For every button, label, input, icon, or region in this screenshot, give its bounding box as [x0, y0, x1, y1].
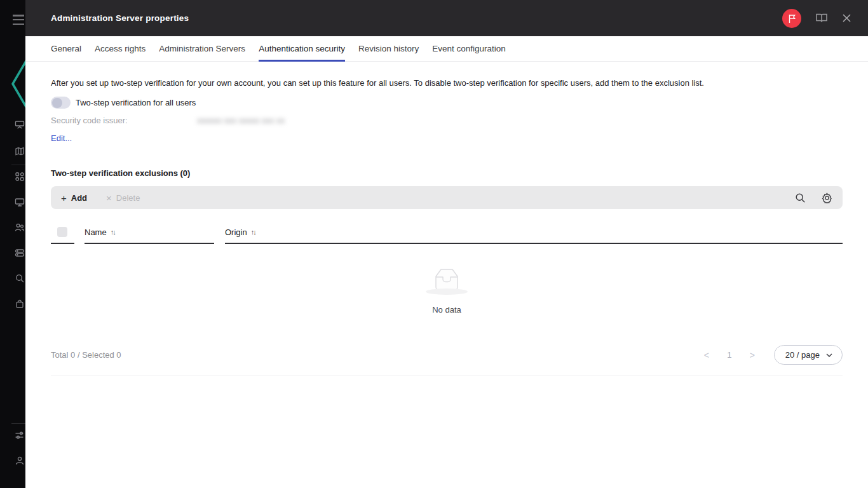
- modal-title: Administration Server properties: [51, 13, 189, 23]
- brand-hexagon-logo: [0, 44, 25, 123]
- exclusions-table-header: Name ↑↓ Origin ↑↓: [51, 221, 843, 244]
- issuer-value-redacted: xxxxxx xxx xxxxx xxx xx: [197, 116, 285, 125]
- sidebar-marketplace-bag-icon[interactable]: [15, 299, 25, 309]
- prev-page-button[interactable]: <: [695, 350, 718, 360]
- chevron-down-icon: [826, 353, 832, 357]
- empty-state-text: No data: [432, 305, 461, 315]
- pagination: < 1 > 20 / page: [695, 345, 843, 365]
- tab-access-rights[interactable]: Access rights: [95, 36, 146, 62]
- next-page-button[interactable]: >: [741, 350, 764, 360]
- sidebar-servers-icon[interactable]: [15, 248, 25, 258]
- sidebar-users-icon[interactable]: [15, 222, 25, 233]
- whats-new-flag-button[interactable]: [782, 9, 801, 28]
- close-icon: [842, 13, 851, 23]
- documentation-button[interactable]: [815, 13, 828, 24]
- tab-revision-history[interactable]: Revision history: [358, 36, 419, 62]
- two-step-toggle-label: Two-step verification for all users: [76, 98, 196, 107]
- book-icon: [815, 13, 828, 24]
- gear-icon: [822, 193, 832, 203]
- select-all-checkbox[interactable]: [57, 227, 67, 237]
- menu-hamburger-icon[interactable]: [13, 15, 24, 25]
- page-size-select[interactable]: 20 / page: [774, 345, 843, 365]
- tab-administration-servers[interactable]: Administration Servers: [159, 36, 245, 62]
- sidebar-search-icon[interactable]: [15, 273, 25, 283]
- app-sidebar: [0, 0, 25, 488]
- tab-general[interactable]: General: [51, 36, 81, 62]
- two-step-toggle[interactable]: [51, 97, 71, 109]
- sort-icon[interactable]: ↑↓: [111, 228, 115, 236]
- sidebar-divider: [11, 423, 25, 424]
- column-header-origin[interactable]: Origin ↑↓: [225, 221, 843, 244]
- edit-link[interactable]: Edit...: [51, 133, 72, 143]
- exclusions-toolbar: + Add × Delete: [51, 186, 843, 209]
- sidebar-account-icon[interactable]: [15, 456, 25, 466]
- close-button[interactable]: [842, 13, 851, 23]
- tab-event-configuration[interactable]: Event configuration: [432, 36, 506, 62]
- sidebar-monitor-icon[interactable]: [15, 197, 25, 207]
- add-button[interactable]: + Add: [61, 193, 87, 203]
- properties-tab-bar: General Access rights Administration Ser…: [25, 36, 868, 62]
- sidebar-devices-icon[interactable]: [15, 119, 25, 130]
- tab-authentication-security[interactable]: Authentication security: [259, 36, 345, 62]
- sidebar-settings-sliders-icon[interactable]: [15, 430, 25, 440]
- issuer-label: Security code issuer:: [51, 116, 197, 125]
- sort-icon[interactable]: ↑↓: [251, 228, 255, 236]
- empty-icon-shadow: [426, 288, 468, 295]
- search-icon: [795, 193, 806, 203]
- modal-title-bar: Administration Server properties: [25, 0, 868, 36]
- sidebar-map-icon[interactable]: [15, 146, 25, 156]
- select-all-cell: [51, 221, 74, 244]
- modal-body: General Access rights Administration Ser…: [25, 36, 868, 488]
- x-icon: ×: [106, 193, 112, 203]
- empty-state: No data: [51, 267, 843, 315]
- flag-icon: [787, 13, 797, 24]
- sidebar-apps-grid-icon[interactable]: [15, 172, 25, 182]
- exclusions-title: Two-step verification exclusions (0): [51, 168, 843, 178]
- two-step-description: After you set up two-step verification f…: [51, 78, 843, 88]
- panel-bottom-divider: [51, 376, 843, 376]
- delete-button-disabled[interactable]: × Delete: [106, 193, 140, 203]
- sidebar-divider: [11, 165, 25, 165]
- column-header-name[interactable]: Name ↑↓: [85, 221, 214, 244]
- plus-icon: +: [61, 193, 67, 203]
- selection-summary: Total 0 / Selected 0: [51, 350, 121, 360]
- table-footer: Total 0 / Selected 0 < 1 > 20 / page: [51, 345, 843, 365]
- table-search-button[interactable]: [794, 192, 806, 203]
- table-settings-button[interactable]: [821, 192, 832, 203]
- page-number[interactable]: 1: [718, 350, 741, 360]
